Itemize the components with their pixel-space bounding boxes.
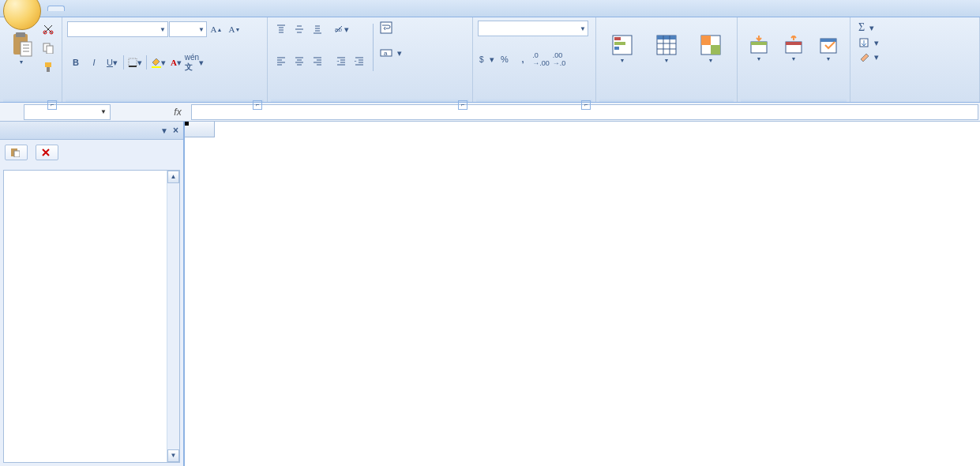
tab-insert[interactable] — [65, 6, 81, 11]
copy-button[interactable] — [39, 39, 57, 57]
fill-button[interactable]: ▾ — [857, 36, 880, 49]
svg-rect-7 — [45, 62, 51, 67]
align-bottom-button[interactable] — [309, 21, 326, 38]
clipboard-taskpane: ▼ × ▲ ▼ — [0, 122, 185, 466]
svg-rect-25 — [711, 45, 720, 54]
fill-icon — [858, 37, 869, 48]
tab-formula[interactable] — [96, 6, 112, 11]
number-format-combo[interactable]: ▼ — [478, 21, 588, 36]
group-align: ab▾ a▾ ⌐ — [268, 17, 473, 102]
delete-cells-button[interactable]: ▼ — [777, 21, 810, 76]
font-name-combo[interactable]: ▼ — [67, 21, 168, 37]
svg-rect-18 — [614, 37, 621, 40]
tab-review[interactable] — [128, 6, 144, 11]
phonetic-button[interactable]: wén文▾ — [186, 54, 203, 71]
scroll-up-icon[interactable]: ▲ — [167, 171, 179, 183]
format-painter-button[interactable] — [39, 58, 57, 76]
paste-all-button[interactable] — [5, 145, 28, 160]
spreadsheet-grid[interactable] — [185, 122, 980, 466]
svg-rect-2 — [21, 42, 32, 56]
table-format-button[interactable]: ▼ — [645, 21, 688, 76]
border-icon — [128, 58, 137, 67]
svg-rect-24 — [701, 36, 711, 45]
taskpane-close-icon[interactable]: × — [173, 125, 178, 136]
tab-dev[interactable] — [160, 6, 175, 11]
svg-rect-31 — [820, 39, 836, 42]
chevron-down-icon[interactable]: ▼ — [160, 26, 166, 33]
border-button[interactable]: ▾ — [126, 54, 144, 71]
taskpane-menu-icon[interactable]: ▼ — [160, 126, 168, 135]
inc-decimal-button[interactable]: .0→.00 — [532, 51, 550, 68]
underline-button[interactable]: U▾ — [103, 54, 121, 71]
group-styles: ▼ ▼ ▼ — [596, 17, 738, 102]
format-cells-button[interactable]: ▼ — [812, 21, 845, 76]
number-launcher[interactable]: ⌐ — [581, 100, 591, 110]
italic-button[interactable]: I — [85, 54, 103, 71]
tab-addins[interactable] — [175, 6, 191, 11]
ribbon: ▼ ⌐ ▼ ▼ A▲ A▼ B I U▾ ▾ — [0, 17, 980, 103]
svg-rect-1 — [16, 32, 25, 37]
tab-layout[interactable] — [81, 6, 96, 11]
cell-styles-button[interactable]: ▼ — [689, 21, 732, 76]
delete-icon — [784, 36, 803, 54]
cut-button[interactable] — [39, 21, 57, 38]
insert-cells-button[interactable]: ▼ — [742, 21, 775, 76]
svg-rect-11 — [152, 66, 161, 68]
indent-dec-button[interactable] — [332, 52, 350, 70]
eraser-icon — [858, 51, 869, 62]
cond-format-icon — [611, 34, 633, 56]
chevron-down-icon[interactable]: ▼ — [97, 108, 110, 115]
shrink-font-button[interactable]: A▼ — [226, 21, 243, 38]
indent-inc-button[interactable] — [351, 52, 368, 70]
clear-all-button[interactable] — [36, 145, 58, 160]
font-launcher[interactable]: ⌐ — [253, 100, 262, 110]
fill-color-button[interactable]: ▾ — [149, 54, 167, 71]
tab-pdf[interactable] — [191, 6, 207, 11]
wrap-icon — [380, 21, 392, 34]
grow-font-button[interactable]: A▲ — [208, 21, 225, 38]
align-middle-button[interactable] — [291, 21, 308, 38]
merge-center-button[interactable]: a▾ — [378, 46, 404, 60]
tab-data[interactable] — [112, 6, 128, 11]
align-right-button[interactable] — [309, 52, 326, 70]
align-left-button[interactable] — [272, 52, 290, 70]
svg-text:a: a — [384, 50, 388, 57]
percent-button[interactable]: % — [496, 51, 513, 68]
paste-icon — [10, 32, 32, 58]
chevron-down-icon[interactable]: ▼ — [198, 26, 205, 33]
dec-decimal-button[interactable]: .00→.0 — [550, 51, 568, 68]
autosum-button[interactable]: Σ▾ — [857, 21, 880, 35]
taskpane-scrollbar[interactable]: ▲ ▼ — [167, 171, 179, 462]
align-launcher[interactable]: ⌐ — [458, 100, 467, 110]
font-color-button[interactable]: A▾ — [167, 54, 185, 71]
copy-icon — [43, 43, 54, 54]
brush-icon — [43, 62, 54, 73]
bold-button[interactable]: B — [67, 54, 84, 71]
align-center-button[interactable] — [291, 52, 308, 70]
merge-icon: a — [380, 47, 392, 59]
wrap-text-button[interactable] — [378, 21, 404, 35]
select-all-corner[interactable] — [185, 122, 215, 137]
clear-button[interactable]: ▾ — [857, 51, 880, 63]
cond-format-button[interactable]: ▼ — [601, 21, 644, 76]
name-box[interactable]: ▼ — [24, 104, 111, 120]
svg-text:$: $ — [479, 55, 484, 64]
comma-button[interactable]: , — [514, 51, 531, 68]
fx-button[interactable]: fx — [166, 107, 190, 118]
tab-wpspdf[interactable] — [207, 6, 223, 11]
align-top-button[interactable] — [272, 21, 290, 38]
clipboard-launcher[interactable]: ⌐ — [47, 100, 57, 110]
chevron-down-icon[interactable]: ▼ — [580, 25, 586, 32]
paste-all-icon — [10, 148, 20, 157]
tab-view[interactable] — [144, 6, 160, 11]
scroll-down-icon[interactable]: ▼ — [167, 449, 179, 462]
svg-rect-19 — [614, 42, 625, 45]
orientation-button[interactable]: ab▾ — [332, 21, 350, 38]
svg-rect-20 — [614, 47, 619, 50]
group-number: ▼ $▾ % , .0→.00 .00→.0 ⌐ — [473, 17, 596, 102]
currency-button[interactable]: $▾ — [478, 51, 495, 68]
tab-home[interactable] — [47, 6, 65, 11]
font-size-combo[interactable]: ▼ — [169, 21, 207, 37]
svg-rect-22 — [657, 36, 676, 39]
group-font: ▼ ▼ A▲ A▼ B I U▾ ▾ ▾ A▾ wén文▾ ⌐ — [62, 17, 268, 102]
